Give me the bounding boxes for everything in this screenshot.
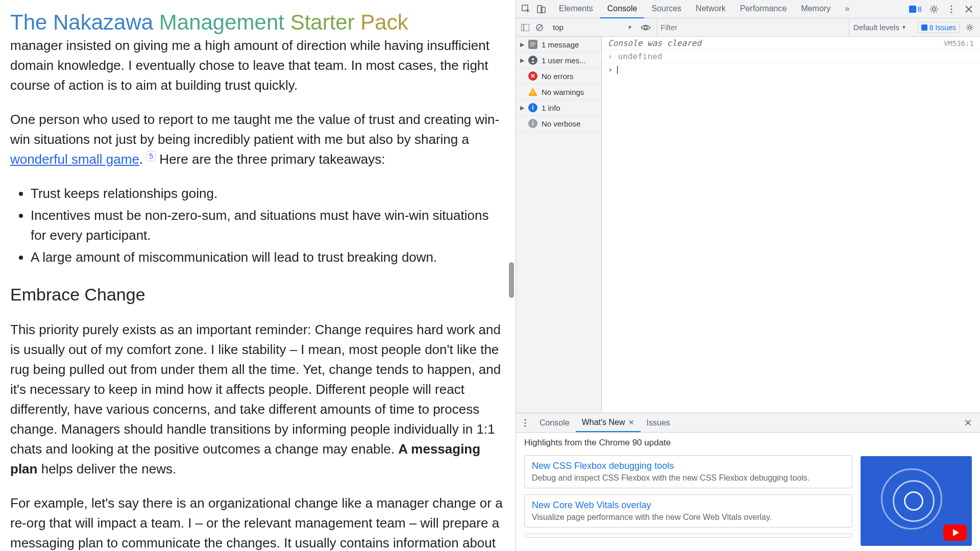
console-sidebar: ▶1 message ▶1 user mes... ✕No errors !No…: [516, 37, 602, 413]
svg-rect-7: [521, 24, 529, 31]
paragraph: manager insisted on giving me a high amo…: [10, 36, 505, 95]
console-output[interactable]: Console was cleared VM536:1 ‹ undefined …: [602, 37, 980, 413]
sidebar-row[interactable]: iNo verbose: [516, 116, 601, 132]
tab-sources[interactable]: Sources: [644, 0, 689, 18]
svg-point-18: [525, 419, 526, 420]
inspect-element-icon[interactable]: [521, 4, 531, 14]
chevron-down-icon: ▼: [901, 24, 906, 30]
devtools-panel: Elements Console Sources Network Perform…: [516, 0, 980, 551]
clear-console-icon[interactable]: [534, 22, 545, 33]
youtube-play-icon[interactable]: [943, 524, 967, 541]
page-title[interactable]: The Nakazawa Management Starter Pack: [10, 10, 408, 35]
sidebar-row[interactable]: ▶1 user mes...: [516, 53, 601, 68]
svg-point-6: [951, 11, 952, 13]
svg-point-20: [525, 425, 526, 427]
footnote-ref[interactable]: 5: [146, 151, 156, 161]
paragraph: This priority purely exists as an import…: [10, 320, 505, 479]
console-toolbar: top▼ Default levels▼ 8 Issues: [516, 18, 980, 37]
card-desc: Visualize page performance with the new …: [532, 513, 845, 522]
svg-text:!: !: [532, 90, 534, 96]
feature-card[interactable]: New CSS Flexbox debugging tools Debug an…: [524, 455, 852, 488]
drawer-tabs: Console What's New✕ Issues ✕: [516, 413, 980, 433]
feature-card[interactable]: [524, 534, 852, 538]
svg-point-16: [532, 58, 534, 60]
error-count-badge[interactable]: 8: [909, 5, 922, 13]
svg-point-19: [525, 422, 526, 423]
list-item: Trust keeps relationships going.: [31, 184, 505, 204]
devtools-topbar: Elements Console Sources Network Perform…: [516, 0, 980, 18]
game-link[interactable]: wonderful small game: [10, 152, 139, 167]
prompt-arrow-icon: ›: [608, 65, 613, 74]
log-levels-select[interactable]: Default levels▼: [849, 18, 911, 36]
kebab-menu-icon[interactable]: [946, 4, 957, 14]
console-value: undefined: [618, 52, 663, 61]
close-tab-icon[interactable]: ✕: [628, 418, 634, 427]
tab-console[interactable]: Console: [600, 0, 645, 18]
thumbnail-graphic: [881, 468, 942, 530]
section-heading: Embrace Change: [10, 282, 505, 308]
console-settings-icon[interactable]: [964, 23, 976, 32]
issues-badge[interactable]: 8 Issues: [918, 22, 960, 33]
tab-more[interactable]: »: [838, 0, 856, 18]
info-icon: i: [528, 103, 537, 112]
error-icon: ✕: [528, 71, 537, 81]
svg-point-3: [933, 8, 936, 11]
svg-rect-2: [541, 7, 545, 13]
sidebar-toggle-icon[interactable]: [520, 22, 530, 33]
text-cursor: [617, 66, 618, 74]
verbose-icon: i: [528, 119, 537, 128]
scrollbar-thumb[interactable]: [509, 262, 514, 298]
sidebar-row[interactable]: ✕No errors: [516, 68, 601, 84]
console-message: Console was cleared: [608, 38, 944, 48]
kebab-menu-icon[interactable]: [520, 418, 530, 428]
device-toggle-icon[interactable]: [536, 4, 547, 14]
close-devtools-icon[interactable]: [964, 4, 974, 14]
card-title: New CSS Flexbox debugging tools: [532, 461, 845, 471]
paragraph: For example, let's say there is an organ…: [10, 493, 505, 551]
card-desc: Debug and inspect CSS Flexbox with the n…: [532, 473, 845, 483]
tab-network[interactable]: Network: [689, 0, 733, 18]
console-source-link[interactable]: VM536:1: [944, 39, 974, 47]
filter-input[interactable]: [657, 18, 845, 36]
video-thumbnail[interactable]: [861, 456, 972, 546]
svg-point-5: [951, 8, 952, 10]
svg-point-11: [644, 26, 647, 29]
article-content: manager insisted on giving me a high amo…: [10, 36, 505, 551]
list-item: A large amount of miscommunication will …: [31, 247, 505, 267]
list-item: Incentives must be non-zero-sum, and sit…: [31, 206, 505, 245]
close-drawer-icon[interactable]: ✕: [960, 415, 976, 431]
settings-gear-icon[interactable]: [929, 4, 939, 14]
article-page: The Nakazawa Management Starter Pack man…: [0, 0, 516, 551]
user-icon: [528, 56, 537, 65]
sidebar-row[interactable]: ▶1 message: [516, 37, 601, 53]
message-icon: [528, 40, 537, 49]
tab-memory[interactable]: Memory: [794, 0, 838, 18]
svg-line-10: [537, 26, 542, 30]
sidebar-row[interactable]: !No warnings: [516, 84, 601, 100]
paragraph: One person who used to report to me taug…: [10, 110, 505, 169]
svg-point-4: [951, 5, 952, 7]
drawer-tab-console[interactable]: Console: [533, 414, 576, 432]
devtools-tabs: Elements Console Sources Network Perform…: [552, 0, 909, 18]
sidebar-row[interactable]: ▶i1 info: [516, 100, 601, 116]
return-arrow-icon: ‹: [608, 52, 613, 61]
card-title: New Core Web Vitals overlay: [532, 500, 845, 511]
highlights-heading: Highlights from the Chrome 90 update: [524, 438, 852, 448]
live-expression-icon[interactable]: [641, 24, 651, 31]
drawer-tab-whatsnew[interactable]: What's New✕: [576, 414, 641, 432]
warning-icon: !: [528, 87, 537, 96]
tab-elements[interactable]: Elements: [552, 0, 600, 18]
chevron-down-icon: ▼: [627, 24, 632, 30]
drawer-tab-issues[interactable]: Issues: [641, 414, 676, 432]
context-select[interactable]: top▼: [549, 21, 636, 33]
tab-performance[interactable]: Performance: [733, 0, 794, 18]
svg-point-12: [968, 26, 971, 29]
bullet-list: Trust keeps relationships going. Incenti…: [31, 184, 505, 267]
devtools-drawer: Console What's New✕ Issues ✕ Highlights …: [516, 413, 980, 551]
feature-card[interactable]: New Core Web Vitals overlay Visualize pa…: [524, 494, 852, 528]
